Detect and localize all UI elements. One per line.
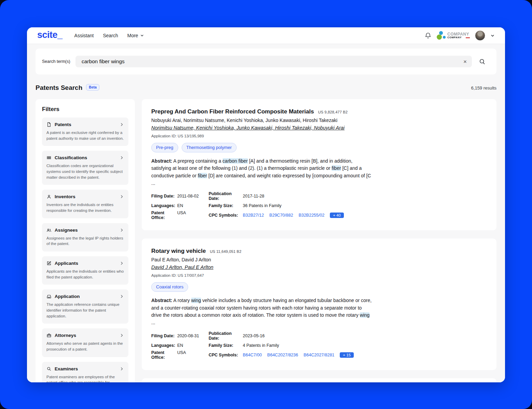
filter-item-description: Attorneys who serve as patent agents in …: [46, 341, 124, 352]
company-logo-icon: [437, 31, 446, 40]
briefcase-icon: [46, 333, 52, 338]
header-right: COMPANY COMPANY: [424, 30, 495, 41]
meta-value: 2011-08-02: [177, 194, 199, 199]
filter-item-description: The application reference contains uniqu…: [46, 302, 124, 319]
meta-value: USA: [177, 350, 186, 360]
barcode-icon: [46, 155, 52, 160]
highlighted-term: wing: [191, 298, 201, 303]
document-icon: [46, 122, 52, 127]
nav-item-assistant[interactable]: Assistant: [74, 33, 94, 38]
search-panel: Search term(s) ×: [36, 49, 496, 74]
filter-item-label: Applicants: [55, 261, 78, 266]
meta-label: Family Size:: [209, 203, 243, 208]
meta-value: 4 Patents in Family: [243, 343, 279, 348]
filter-item-label: Application: [55, 294, 80, 299]
chevron-right-icon: [120, 261, 124, 265]
patent-result-card: Micro unmanned aerial vehicle carbon fib…: [142, 378, 496, 382]
nav-item-more[interactable]: More: [127, 33, 144, 38]
filter-item-classifications[interactable]: ClassificationsClassification codes are …: [42, 151, 128, 185]
patent-number: US 11,649,051 B2: [210, 249, 241, 254]
application-id: Application ID: US 13/195,989: [151, 134, 373, 138]
search-field: ×: [75, 56, 472, 67]
patent-title[interactable]: Rotary wing vehicle: [151, 248, 206, 254]
cpc-symbol-link[interactable]: B64C2027/8236: [267, 353, 298, 357]
main-nav: Assistant Search More: [74, 33, 144, 38]
filter-item-examiners[interactable]: ExaminersPatent examiners are employees …: [42, 362, 128, 382]
account-chevron-down-icon[interactable]: [490, 33, 495, 38]
highlighted-term: fiber: [332, 165, 341, 171]
results-list: Prepreg And Carbon Fiber Reinforced Comp…: [142, 99, 496, 382]
cpc-more-badge[interactable]: + 15: [340, 352, 354, 358]
filter-item-application[interactable]: ApplicationThe application reference con…: [42, 289, 128, 324]
tag-pill[interactable]: Thermosetting polymer: [182, 143, 237, 152]
cpc-symbol-link[interactable]: B32B27/12: [243, 213, 264, 218]
meta-label: Filing Date:: [151, 194, 177, 199]
filter-item-description: Classification codes are organizational …: [46, 163, 124, 180]
filter-item-label: Assignees: [55, 228, 78, 233]
edit-icon: [46, 261, 52, 266]
meta-label: Languages:: [151, 343, 177, 348]
inbox-icon: [46, 294, 52, 299]
patent-meta: Filing Date:2020-08-31Publication Date:2…: [151, 331, 373, 360]
filter-item-assignees[interactable]: AssigneesAssignees are the the legal IP …: [42, 223, 128, 251]
company-logo[interactable]: COMPANY COMPANY: [437, 31, 470, 40]
chevron-down-icon: [140, 33, 144, 38]
patent-abstract: Abstract: A prepreg containing a carbon …: [151, 158, 373, 187]
patent-meta: Filing Date:2011-08-02Publication Date:2…: [151, 191, 373, 220]
results-count: 6,159 results: [471, 85, 496, 91]
filter-item-attorneys[interactable]: AttorneysAttorneys who serve as patent a…: [42, 328, 128, 357]
group-icon: [46, 228, 52, 233]
filter-item-description: Assignees are the the legal IP rights ho…: [46, 235, 124, 247]
meta-value: 36 Patents in Family: [243, 203, 281, 208]
meta-value: EN: [177, 343, 183, 348]
patent-result-card: Rotary wing vehicleUS 11,649,051 B2Paul …: [142, 238, 496, 370]
cpc-symbol-link[interactable]: B64C7/00: [243, 353, 262, 357]
cpc-symbol-link[interactable]: B32B2255/02: [298, 213, 324, 218]
meta-label: Filing Date:: [151, 333, 177, 338]
meta-value: USA: [177, 210, 186, 220]
highlighted-term: wing: [360, 312, 370, 318]
meta-label: Publication Date:: [209, 191, 243, 201]
meta-value: EN: [177, 203, 183, 208]
page-title-row: Patents Search Beta 6,159 results: [36, 84, 496, 92]
beta-badge: Beta: [86, 84, 99, 91]
meta-label: CPC Symbols:: [209, 353, 243, 357]
cpc-more-badge[interactable]: + 40: [330, 213, 344, 218]
clear-search-icon[interactable]: ×: [462, 59, 468, 65]
top-navbar: scite_ Assistant Search More COM: [27, 27, 505, 44]
search-icon[interactable]: [479, 58, 486, 65]
bell-icon[interactable]: [424, 32, 432, 39]
cpc-symbol-link[interactable]: B29C70/882: [269, 213, 293, 218]
magnifier-icon: [46, 366, 52, 371]
filter-item-description: A patent is an exclusive right conferred…: [46, 130, 124, 141]
filter-item-applicants[interactable]: ApplicantsApplicants are the individuals…: [42, 256, 128, 285]
chevron-right-icon: [120, 294, 124, 299]
filter-item-label: Classifications: [55, 155, 87, 160]
scite-logo[interactable]: scite_: [37, 30, 62, 41]
meta-value: 2017-11-28: [243, 194, 264, 199]
patent-authors-link[interactable]: David J Arlton, Paul E Arlton: [151, 264, 213, 270]
highlighted-term: fiber: [198, 173, 207, 178]
user-avatar[interactable]: [475, 30, 485, 41]
application-id: Application ID: US 17/007,647: [151, 273, 373, 277]
chevron-right-icon: [120, 333, 124, 338]
patent-authors-link[interactable]: Norimitsu Natsume, Kenichi Yoshioka, Jun…: [151, 125, 345, 131]
chevron-right-icon: [120, 122, 124, 127]
filter-item-patents[interactable]: PatentsA patent is an exclusive right co…: [42, 118, 128, 146]
cpc-symbol-link[interactable]: B64C2027/8281: [304, 353, 334, 357]
chevron-right-icon: [120, 155, 124, 160]
search-input[interactable]: [81, 58, 462, 65]
app-window: scite_ Assistant Search More COM: [27, 27, 505, 382]
tag-pill[interactable]: Pre-preg: [151, 143, 178, 152]
filter-item-label: Attorneys: [55, 333, 76, 338]
tag-pill[interactable]: Coaxial rotors: [151, 282, 188, 292]
filter-item-description: Applicants are the individuals or entiti…: [46, 269, 124, 280]
filters-sidebar: Filters PatentsA patent is an exclusive …: [36, 99, 135, 382]
patent-number: US 9,828,477 B2: [318, 110, 348, 114]
search-label: Search term(s): [42, 59, 71, 64]
person-icon: [46, 194, 52, 199]
chevron-right-icon: [120, 194, 124, 199]
patent-title[interactable]: Prepreg And Carbon Fiber Reinforced Comp…: [151, 108, 314, 115]
filter-item-inventors[interactable]: InventorsInventors are the individuals o…: [42, 190, 128, 218]
nav-item-search[interactable]: Search: [103, 33, 118, 38]
